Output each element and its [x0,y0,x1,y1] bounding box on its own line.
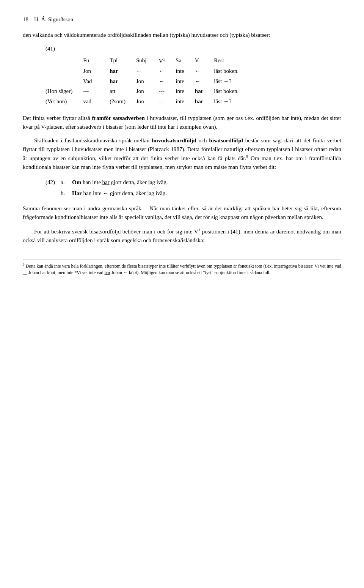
cell-tpl: har [104,76,131,87]
paragraph-2: Skillnaden i fastlandsskandinaviska språ… [23,136,341,171]
paragraph-4: För att beskriva svensk bisatsordföljd b… [23,227,341,244]
cell-tpl: att [104,86,131,96]
cell-fu: --- [78,86,104,96]
table-row: Jon har ← ← inte ← läst boken. [46,66,254,76]
cell-subj: Jon [131,86,154,96]
example-42: (42) a. Om han inte har gjort detta, åke… [46,178,341,197]
cell-subj: ← [131,66,154,76]
cell-fu: Jon [78,66,104,76]
footnote-9: 9 Detta kan ändå inte vara hela förklari… [23,262,341,276]
footnote-section: 9 Detta kan ändå inte vara hela förklari… [23,260,341,276]
cell-v: har [190,96,209,107]
cell-fu: Vad [78,76,104,87]
paragraph-1: Det finita verbet flyttar alltså framför… [23,114,341,131]
cell-tpl: (?som) [104,96,131,107]
table-row: (Hon säger) --- att Jon --- inte har läs… [46,86,254,96]
cell-rest: läst ←? [209,96,254,107]
cell-fu: vad [78,96,104,107]
col-header-subj: Subj [131,55,154,66]
sup-1: 1 [198,227,201,232]
paragraph-3: Samma fenomen ser man i andra germanska … [23,204,341,221]
author-name: H. Á. Sigurðsson [34,16,73,22]
cell-v1: -- [154,96,170,107]
example-42-item: (42) a. Om han inte har gjort detta, åke… [46,178,341,187]
cell-sa: inte [170,76,190,87]
cell-subj: Jon [131,96,154,107]
example-41-label: (41) [46,46,55,52]
underline-har: har [102,179,110,185]
table-row: (Vet hon) vad (?som) Jon -- inte har läs… [46,96,254,107]
cell-rest: läst ←? [209,76,254,87]
col-header-rest: Rest [209,55,254,66]
example-42b-letter: b. [61,189,72,198]
example-42a-letter: a. [61,178,72,187]
example-42-label: (42) [46,178,61,187]
intro-paragraph: den välkända och väldokumenterade ordföl… [23,31,341,39]
table-row: Vad har Jon ← inte ← läst ←? [46,76,254,87]
col-header-v: V [190,55,209,66]
bold-text-2: huvudsatsordföljd [152,137,196,143]
cell-sa: inte [170,96,190,107]
example-42b-item: b. Har han inte ← gjort detta, åker jag … [46,189,341,198]
cell-left: (Hon säger) [46,86,78,96]
cell-left [46,66,78,76]
page-number: 18 [23,16,28,22]
cell-rest: läst boken. [209,86,254,96]
col-header-sa: Sa [170,55,190,66]
col-header-fu: Fu [78,55,104,66]
cell-v: ← [190,66,209,76]
cell-v1: --- [154,86,170,96]
cell-tpl: har [104,66,131,76]
page-header: 18 H. Á. Sigurðsson [23,15,341,24]
cell-v: har [190,86,209,96]
example-41-table: Fu Tpl Subj V1 Sa V Rest Jon har ← ← int… [46,55,254,107]
example-42a-text: Om han inte har gjort detta, åker jag iv… [72,178,168,187]
bold-text-3: bisatsordföljd [209,137,243,143]
cell-sa: inte [170,86,190,96]
cell-v: ← [190,76,209,87]
example-42b-spacer [46,189,61,198]
bold-har: Har [72,190,82,196]
col-header-left-context [46,55,78,66]
footnote-underline-har: har [105,270,110,275]
bold-text-1: framför satsadverben [92,115,145,121]
cell-left [46,76,78,87]
bold-om: Om [72,179,81,185]
col-header-tpl: Tpl [104,55,131,66]
cell-left: (Vet hon) [46,96,78,107]
example-42b-text: Har han inte ← gjort detta, åker jag ivä… [72,189,167,198]
cell-v1: ← [154,76,170,87]
example-41: (41) Fu Tpl Subj V1 Sa V Rest Jon har ← … [46,44,341,106]
table-header-row: Fu Tpl Subj V1 Sa V Rest [46,55,254,66]
footnote-9-number: 9 [23,263,25,266]
cell-subj: Jon [131,76,154,87]
cell-v1: ← [154,66,170,76]
footnote-ref-9: 9 [246,154,248,159]
cell-rest: läst boken. [209,66,254,76]
col-header-v1: V1 [154,55,170,66]
cell-sa: inte [170,66,190,76]
